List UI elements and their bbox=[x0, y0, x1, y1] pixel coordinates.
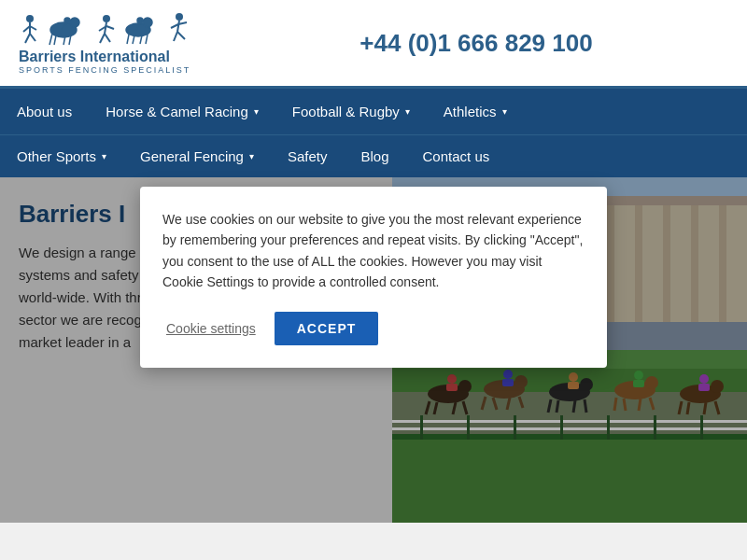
logo-area[interactable]: Barriers International SPORTS FENCING SP… bbox=[19, 11, 205, 75]
svg-line-31 bbox=[177, 32, 185, 39]
svg-point-20 bbox=[143, 18, 152, 27]
secondary-nav: Other Sports ▾ General Fencing ▾ Safety … bbox=[0, 134, 747, 177]
svg-line-3 bbox=[30, 26, 36, 30]
site-header: Barriers International SPORTS FENCING SP… bbox=[0, 0, 747, 89]
nav-safety[interactable]: Safety bbox=[271, 135, 345, 177]
primary-nav: About us Horse & Camel Racing ▾ Football… bbox=[0, 89, 747, 134]
nav-football-rugby[interactable]: Football & Rugby ▾ bbox=[275, 89, 427, 134]
svg-point-26 bbox=[176, 13, 183, 21]
phone-number: +44 (0)1 666 829 100 bbox=[224, 29, 728, 58]
cookie-settings-button[interactable]: Cookie settings bbox=[162, 314, 260, 343]
svg-line-30 bbox=[174, 32, 177, 41]
svg-line-2 bbox=[23, 26, 30, 32]
chevron-down-icon: ▾ bbox=[254, 106, 259, 117]
svg-line-22 bbox=[133, 35, 134, 44]
svg-line-17 bbox=[100, 34, 105, 43]
svg-line-24 bbox=[146, 35, 148, 44]
nav-contact-us[interactable]: Contact us bbox=[406, 135, 507, 177]
svg-line-8 bbox=[49, 34, 52, 45]
nav-about-us[interactable]: About us bbox=[0, 89, 89, 134]
logo-svg bbox=[19, 11, 205, 47]
cookie-buttons: Cookie settings ACCEPT bbox=[162, 312, 585, 345]
logo-subtitle: SPORTS FENCING SPECIALIST bbox=[19, 65, 190, 75]
nav-general-fencing[interactable]: General Fencing ▾ bbox=[123, 135, 271, 177]
cookie-overlay: We use cookies on our website to give yo… bbox=[0, 177, 747, 523]
svg-line-16 bbox=[106, 26, 114, 29]
chevron-down-icon: ▾ bbox=[405, 106, 410, 117]
chevron-down-icon: ▾ bbox=[502, 106, 507, 117]
chevron-down-icon: ▾ bbox=[102, 151, 106, 161]
nav-other-sports[interactable]: Other Sports ▾ bbox=[0, 135, 123, 177]
svg-line-9 bbox=[54, 35, 56, 45]
svg-point-0 bbox=[26, 15, 34, 22]
nav-athletics[interactable]: Athletics ▾ bbox=[427, 89, 524, 134]
nav-horse-camel[interactable]: Horse & Camel Racing ▾ bbox=[89, 89, 275, 134]
cookie-modal: We use cookies on our website to give yo… bbox=[140, 187, 607, 368]
svg-line-27 bbox=[177, 21, 179, 32]
logo-name: Barriers International bbox=[19, 49, 170, 65]
logo-icons bbox=[19, 11, 205, 47]
svg-line-4 bbox=[25, 34, 30, 43]
svg-point-7 bbox=[70, 18, 79, 27]
chevron-down-icon: ▾ bbox=[249, 151, 254, 161]
svg-line-5 bbox=[30, 34, 35, 41]
svg-point-25 bbox=[137, 18, 143, 23]
nav-blog[interactable]: Blog bbox=[344, 135, 405, 177]
accept-button[interactable]: ACCEPT bbox=[275, 312, 379, 345]
svg-point-12 bbox=[64, 18, 70, 23]
svg-line-18 bbox=[105, 34, 110, 42]
main-content: Barriers I We design a range of sp... fe… bbox=[0, 177, 747, 523]
cookie-message: We use cookies on our website to give yo… bbox=[162, 209, 585, 293]
svg-point-13 bbox=[103, 15, 110, 22]
svg-line-21 bbox=[127, 35, 129, 44]
